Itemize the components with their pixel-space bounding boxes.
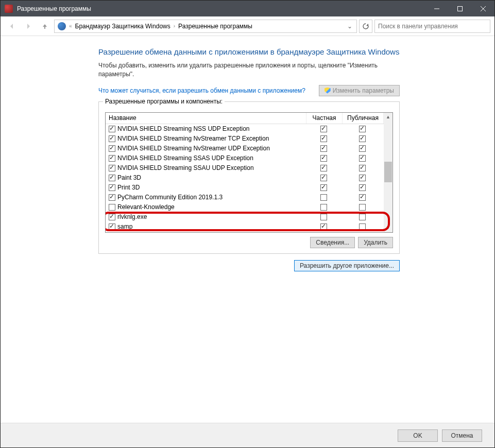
app-icon xyxy=(5,5,13,13)
scrollbar[interactable]: ▲ ▼ xyxy=(384,113,392,232)
row-public-checkbox[interactable] xyxy=(359,145,366,152)
row-name: NVIDIA SHIELD Streaming NSS UDP Exceptio… xyxy=(117,125,306,132)
svg-rect-1 xyxy=(457,6,462,11)
row-enabled-checkbox[interactable] xyxy=(109,155,115,162)
nav-up-button[interactable] xyxy=(38,19,52,33)
row-name: NVIDIA SHIELD Streaming SSAS UDP Excepti… xyxy=(117,154,306,162)
row-name: NVIDIA SHIELD Streaming SSAU UDP Excepti… xyxy=(117,164,306,171)
row-enabled-checkbox[interactable] xyxy=(109,194,115,201)
apps-list: Название Частная Публичная NVIDIA SHIELD… xyxy=(105,112,393,233)
row-enabled-checkbox[interactable] xyxy=(109,175,115,181)
column-public[interactable]: Публичная xyxy=(343,113,384,124)
table-row[interactable]: Relevant-Knowledge xyxy=(106,202,384,212)
row-enabled-checkbox[interactable] xyxy=(109,135,115,142)
table-row[interactable]: Paint 3D xyxy=(106,173,384,183)
allow-another-app-button[interactable]: Разрешить другое приложение... xyxy=(294,260,400,271)
remove-button[interactable]: Удалить xyxy=(358,237,393,248)
nav-back-button[interactable] xyxy=(5,19,19,33)
window-title: Разрешенные программы xyxy=(17,5,425,12)
search-input[interactable] xyxy=(377,22,488,30)
scroll-down-button[interactable]: ▼ xyxy=(384,223,392,232)
row-private-checkbox[interactable] xyxy=(320,184,327,191)
nav-forward-button[interactable] xyxy=(21,19,36,33)
row-public-checkbox[interactable] xyxy=(359,155,366,162)
row-name: NVIDIA SHIELD Streaming NvStreamer UDP E… xyxy=(117,145,306,152)
row-name: Print 3D xyxy=(117,184,306,191)
page-description: Чтобы добавить, изменить или удалить раз… xyxy=(98,61,400,79)
row-enabled-checkbox[interactable] xyxy=(109,204,115,211)
scroll-up-button[interactable]: ▲ xyxy=(384,113,392,122)
toolbar: « Брандмауэр Защитника Windows › Разреше… xyxy=(1,16,494,36)
row-private-checkbox[interactable] xyxy=(320,194,327,201)
row-public-checkbox[interactable] xyxy=(359,214,366,220)
row-private-checkbox[interactable] xyxy=(320,214,327,220)
row-public-checkbox[interactable] xyxy=(359,204,366,211)
row-name: NVIDIA SHIELD Streaming NvStreamer TCP E… xyxy=(117,135,306,142)
row-name: Relevant-Knowledge xyxy=(117,203,306,211)
row-private-checkbox[interactable] xyxy=(320,223,327,230)
allowed-apps-group: Разрешенные программы и компоненты: Назв… xyxy=(98,101,400,254)
firewall-icon xyxy=(58,22,66,30)
row-enabled-checkbox[interactable] xyxy=(109,126,115,132)
row-public-checkbox[interactable] xyxy=(359,223,366,230)
table-row[interactable]: rlvknlg.exe xyxy=(106,212,384,222)
row-private-checkbox[interactable] xyxy=(320,155,327,162)
chevron-right-icon: › xyxy=(173,23,176,29)
row-private-checkbox[interactable] xyxy=(320,126,327,132)
table-row[interactable]: NVIDIA SHIELD Streaming NSS UDP Exceptio… xyxy=(106,124,384,134)
column-name[interactable]: Название xyxy=(106,113,306,124)
scroll-thumb[interactable] xyxy=(384,162,392,182)
column-private[interactable]: Частная xyxy=(306,113,343,124)
table-row[interactable]: NVIDIA SHIELD Streaming SSAU UDP Excepti… xyxy=(106,163,384,173)
breadcrumb[interactable]: « Брандмауэр Защитника Windows › Разреше… xyxy=(54,20,357,33)
ok-button[interactable]: OK xyxy=(398,429,438,442)
table-row[interactable]: samp xyxy=(106,222,384,232)
titlebar: Разрешенные программы xyxy=(1,1,494,16)
page-heading: Разрешение обмена данными с приложениями… xyxy=(98,46,400,57)
refresh-button[interactable] xyxy=(359,20,372,33)
breadcrumb-seg-allowed[interactable]: Разрешенные программы xyxy=(177,23,253,30)
row-name: samp xyxy=(117,223,306,230)
row-private-checkbox[interactable] xyxy=(320,135,327,142)
list-header: Название Частная Публичная xyxy=(106,113,392,124)
change-settings-button[interactable]: Изменить параметры xyxy=(319,85,400,96)
table-row[interactable]: NVIDIA SHIELD Streaming NvStreamer TCP E… xyxy=(106,134,384,144)
table-row[interactable]: NVIDIA SHIELD Streaming NvStreamer UDP E… xyxy=(106,144,384,153)
row-enabled-checkbox[interactable] xyxy=(109,145,115,152)
breadcrumb-seg-firewall[interactable]: Брандмауэр Защитника Windows xyxy=(74,23,172,30)
content-area: Разрешение обмена данными с приложениями… xyxy=(1,36,494,419)
minimize-button[interactable] xyxy=(425,1,448,16)
row-enabled-checkbox[interactable] xyxy=(109,165,115,171)
dialog-footer: OK Отмена xyxy=(1,423,494,447)
row-public-checkbox[interactable] xyxy=(359,194,366,201)
search-box[interactable] xyxy=(374,20,490,33)
row-public-checkbox[interactable] xyxy=(359,165,366,171)
table-row[interactable]: Print 3D xyxy=(106,183,384,193)
cancel-button[interactable]: Отмена xyxy=(442,429,482,442)
row-name: PyCharm Community Edition 2019.1.3 xyxy=(117,194,306,201)
breadcrumb-dropdown-icon[interactable]: ⌄ xyxy=(345,23,354,30)
row-public-checkbox[interactable] xyxy=(359,126,366,132)
row-private-checkbox[interactable] xyxy=(320,145,327,152)
row-public-checkbox[interactable] xyxy=(359,184,366,191)
row-public-checkbox[interactable] xyxy=(359,135,366,142)
table-row[interactable]: Secure Socket Tunneling Protocol xyxy=(106,232,384,232)
row-enabled-checkbox[interactable] xyxy=(109,223,115,230)
row-enabled-checkbox[interactable] xyxy=(109,214,115,220)
maximize-button[interactable] xyxy=(448,1,471,16)
row-private-checkbox[interactable] xyxy=(320,165,327,171)
row-private-checkbox[interactable] xyxy=(320,204,327,211)
row-name: Paint 3D xyxy=(117,174,306,181)
details-button[interactable]: Сведения... xyxy=(310,237,355,248)
row-enabled-checkbox[interactable] xyxy=(109,184,115,191)
close-button[interactable] xyxy=(471,1,494,16)
row-name: rlvknlg.exe xyxy=(117,213,306,220)
group-title: Разрешенные программы и компоненты: xyxy=(103,98,225,105)
row-private-checkbox[interactable] xyxy=(320,175,327,181)
chevron-right-icon[interactable]: « xyxy=(68,23,73,29)
table-row[interactable]: NVIDIA SHIELD Streaming SSAS UDP Excepti… xyxy=(106,153,384,163)
row-public-checkbox[interactable] xyxy=(359,175,366,181)
help-link[interactable]: Что может случиться, если разрешить обме… xyxy=(98,87,305,94)
table-row[interactable]: PyCharm Community Edition 2019.1.3 xyxy=(106,193,384,202)
